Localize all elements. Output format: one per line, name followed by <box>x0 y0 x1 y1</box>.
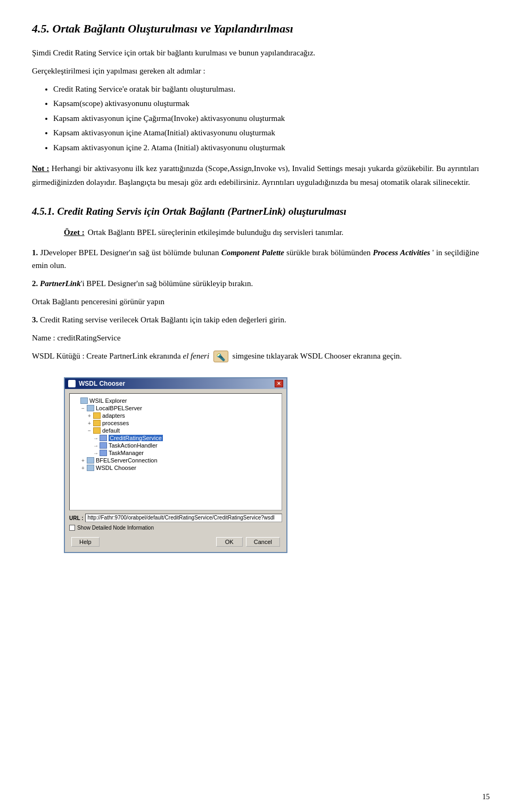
tree-label: BFELServerConnection <box>96 457 158 464</box>
flashlight-icon <box>213 351 228 362</box>
step-1-component-palette: Component Palette <box>221 248 284 257</box>
folder-icon <box>93 427 101 434</box>
tree-area[interactable]: WSIL Explorer − LocalBPELServer + adapte… <box>69 393 282 510</box>
leaf-icon <box>100 450 107 456</box>
step-2-partnerlink: PartnerLink <box>40 279 81 288</box>
dialog-body: WSIL Explorer − LocalBPELServer + adapte… <box>65 389 286 552</box>
tree-expand-icon: + <box>86 420 93 426</box>
tree-expand-icon: → <box>92 443 100 449</box>
wsdl-chooser-dialog: WSDL Chooser ✕ WSIL Explorer − LocalB <box>64 377 287 553</box>
step-1-text2: sürükle bırak bölümünden <box>284 248 373 257</box>
tree-expand-icon: + <box>79 458 87 464</box>
tree-expand-icon: + <box>86 413 93 419</box>
step-2-text: 'i BPEL Designer'ın sağ bölümüne sürükle… <box>81 279 253 288</box>
step-3-wsdl-italic: el feneri <box>183 352 210 360</box>
tree-label-highlight: CreditRatingService <box>109 435 163 441</box>
dialog-titlebar-left: WSDL Chooser <box>68 380 125 387</box>
intro-paragraph-1: Şimdi Credit Rating Service için ortak b… <box>32 46 479 59</box>
ozet-label: Özet : <box>64 226 85 239</box>
tree-item: → CreditRatingService <box>73 434 278 442</box>
tree-expand-icon: + <box>79 465 87 471</box>
show-detailed-checkbox[interactable] <box>69 525 75 531</box>
tree-item: + BFELServerConnection <box>73 457 278 464</box>
step-3-text: Credit Rating servise verilecek Ortak Ba… <box>38 315 286 324</box>
step-1-text: JDeveloper BPEL Designer'ın sağ üst bölü… <box>38 248 221 257</box>
url-value: http://Fathr:9700/orabpel/default/Credit… <box>85 514 282 522</box>
step-3-line1: 3. Credit Rating servise verilecek Ortak… <box>32 313 479 326</box>
tree-expand-icon: → <box>92 435 100 441</box>
checkbox-row: Show Detailed Node Information <box>69 525 282 531</box>
tree-label: adapters <box>102 412 125 419</box>
step-1-process-activities: Process Activities <box>373 248 430 257</box>
step-3-num: 3. <box>32 315 38 324</box>
tree-item: + WSDL Chooser <box>73 464 278 472</box>
section-4-5-title: 4.5. Ortak Bağlantı Oluşturulması ve Yap… <box>32 21 479 37</box>
tree-item: + processes <box>73 419 278 427</box>
step-1: 1. JDeveloper BPEL Designer'ın sağ üst b… <box>32 246 479 272</box>
page-number: 15 <box>482 793 490 801</box>
list-item: Credit Rating Service'e oratak bir bağla… <box>53 83 479 96</box>
ozet-text: Ortak Bağlantı BPEL süreçlerinin etkileş… <box>88 226 344 239</box>
tree-label: WSIL Explorer <box>89 397 127 404</box>
dialog-titlebar: WSDL Chooser ✕ <box>65 378 286 389</box>
note-label: Not : <box>32 164 50 173</box>
dialog-close-button[interactable]: ✕ <box>275 380 283 387</box>
url-bar: URL : http://Fathr:9700/orabpel/default/… <box>69 514 282 522</box>
cancel-button[interactable]: Cancel <box>246 537 280 547</box>
note-text: Herhangi bir aktivasyonu ilk kez yarattı… <box>32 164 479 186</box>
intro-paragraph-2: Gerçekleştirilmesi için yapılması gereke… <box>32 64 479 77</box>
dialog-title: WSDL Chooser <box>79 380 125 387</box>
folder-icon <box>93 412 101 419</box>
dialog-window-icon <box>68 380 76 387</box>
step-2-num: 2. <box>32 279 38 288</box>
dialog-wrapper: WSDL Chooser ✕ WSIL Explorer − LocalB <box>64 377 287 553</box>
leaf-icon <box>100 435 107 441</box>
tree-label: WSDL Chooser <box>96 465 136 471</box>
step-2-line1: 2. PartnerLink'i BPEL Designer'ın sağ bö… <box>32 277 479 290</box>
help-button[interactable]: Help <box>71 537 100 547</box>
tree-item: → TaskManager <box>73 449 278 457</box>
list-item: Kapsam aktivasyonun içine Atama(Initial)… <box>53 126 479 140</box>
tree-label: TaskActionHandler <box>109 442 158 449</box>
tree-expand-icon: − <box>86 428 93 434</box>
tree-label: TaskManager <box>109 450 144 456</box>
server-icon <box>80 397 88 404</box>
folder-icon <box>93 420 101 426</box>
tree-item: → TaskActionHandler <box>73 442 278 449</box>
tree-label: default <box>102 427 120 434</box>
tree-item: − LocalBPELServer <box>73 404 278 412</box>
list-item: Kapsam aktivasyonun içine 2. Atama (Init… <box>53 141 479 155</box>
tree-item: + adapters <box>73 412 278 419</box>
list-item: Kapsam(scope) aktivasyonunu oluşturmak <box>53 97 479 111</box>
step-3-wsdl-suffix: simgesine tıklayarak WSDL Chooser ekranı… <box>233 352 402 360</box>
tree-label: processes <box>102 420 129 426</box>
ok-button[interactable]: OK <box>216 537 243 547</box>
leaf-icon <box>100 442 107 449</box>
step-3-name: Name : creditRatingService <box>32 331 479 344</box>
tree-item: WSIL Explorer <box>73 397 278 404</box>
tree-item: − default <box>73 427 278 434</box>
tree-expand-icon: → <box>92 450 100 456</box>
server-icon <box>87 457 94 464</box>
step-3-wsdl-prefix: WSDL Kütüğü : Create PartnerLink ekranın… <box>32 352 183 360</box>
dialog-buttons: Help OK Cancel <box>69 535 282 548</box>
server-icon <box>87 465 94 471</box>
section-4-5-1-title: 4.5.1. Credit Rating Servis için Ortak B… <box>32 205 479 218</box>
tree-label: LocalBPELServer <box>96 405 142 411</box>
note-block: Not : Herhangi bir aktivasyonu ilk kez y… <box>32 162 479 189</box>
steps-list: Credit Rating Service'e oratak bir bağla… <box>53 83 479 155</box>
step-2-line2: Ortak Bağlantı penceresini görünür yapın <box>32 295 479 308</box>
ozet-block: Özet : Ortak Bağlantı BPEL süreçlerinin … <box>64 226 479 239</box>
server-icon <box>87 405 94 411</box>
url-label: URL : <box>69 515 83 521</box>
step-1-num: 1. <box>32 248 38 257</box>
step-3-wsdl: WSDL Kütüğü : Create PartnerLink ekranın… <box>32 350 479 363</box>
list-item: Kapsam aktivasyonun içine Çağırma(Invoke… <box>53 112 479 126</box>
tree-expand-icon: − <box>79 405 87 411</box>
checkbox-label: Show Detailed Node Information <box>77 525 154 531</box>
